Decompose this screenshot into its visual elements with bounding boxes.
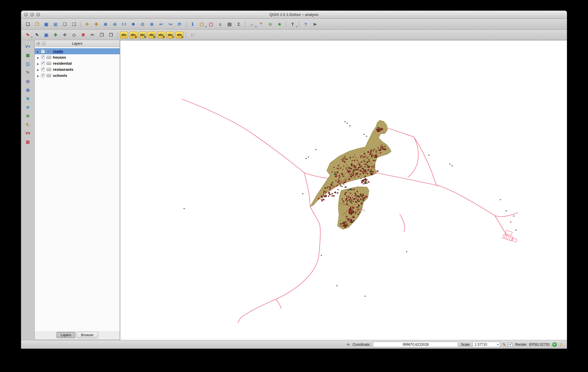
text-annotation-icon[interactable]: T xyxy=(288,20,297,29)
new-bookmark-icon[interactable]: ☆ xyxy=(266,20,275,29)
icon-glyph: ❑ xyxy=(72,22,76,26)
layer-item-houses[interactable]: houses xyxy=(35,54,120,60)
map-mark xyxy=(515,230,517,230)
add-wfs-layer-icon[interactable]: ⊚ xyxy=(23,112,32,120)
copy-features-icon[interactable]: ❐ xyxy=(97,31,106,39)
show-bookmarks-icon[interactable]: ★ xyxy=(275,20,284,29)
map-mark xyxy=(347,123,348,124)
disclosure-triangle-icon[interactable] xyxy=(36,67,40,72)
icon-glyph: ✖ xyxy=(82,33,85,37)
layer-visibility-checkbox[interactable] xyxy=(41,49,45,53)
label-pin-icon[interactable]: abc xyxy=(129,31,137,38)
pan-to-selection-icon[interactable]: ✚ xyxy=(92,20,101,29)
field-calculator-icon[interactable]: Σ xyxy=(234,20,243,29)
add-oracle-layer-icon[interactable]: V▾ xyxy=(23,129,32,137)
scale-combobox[interactable]: 1:37710 ▾ xyxy=(472,342,500,347)
deselect-features-icon[interactable]: ▢ xyxy=(207,20,215,29)
add-wcs-layer-icon[interactable]: ⊜ xyxy=(23,103,32,111)
close-window-button[interactable] xyxy=(24,13,28,16)
zoom-next-icon[interactable]: ↪ xyxy=(166,20,175,29)
disclosure-triangle-icon[interactable] xyxy=(36,49,40,53)
disclosure-triangle-icon[interactable] xyxy=(36,73,40,78)
save-project-as-icon[interactable]: ▣ xyxy=(51,20,60,29)
pan-map-icon[interactable]: ✛ xyxy=(83,20,91,29)
new-project-icon[interactable]: ❏ xyxy=(23,20,32,29)
composer-manager-icon[interactable]: ❑ xyxy=(70,20,78,29)
map-canvas[interactable] xyxy=(120,40,567,340)
panel-close-icon[interactable]: ✕ xyxy=(36,42,40,45)
log-messages-icon[interactable]: ⚠ xyxy=(559,342,563,347)
add-wms-layer-icon[interactable]: ⊛ xyxy=(23,94,32,102)
zoom-out-icon[interactable]: ⊖ xyxy=(110,20,119,29)
zoom-window-button[interactable] xyxy=(36,13,40,16)
add-raster-layer-icon[interactable]: ▦ xyxy=(23,51,32,59)
building xyxy=(367,157,368,158)
layer-item-residential[interactable]: residential xyxy=(35,60,120,66)
panel-tab-browser[interactable]: Browser xyxy=(77,332,98,338)
mouse-position-icon[interactable]: ✛ xyxy=(347,343,350,347)
label-properties-icon[interactable]: abc xyxy=(175,31,184,38)
layer-item-restaurants[interactable]: restaurants xyxy=(35,66,120,72)
render-brush-icon[interactable]: ✎ xyxy=(503,343,506,347)
disclosure-triangle-icon[interactable] xyxy=(36,55,40,59)
panel-tab-layers[interactable]: Layers xyxy=(56,332,75,338)
zoom-full-icon[interactable]: ❖ xyxy=(129,20,138,29)
disclosure-triangle-icon[interactable] xyxy=(36,61,40,66)
move-feature-icon[interactable]: ✛ xyxy=(60,31,69,39)
zoom-to-layer-icon[interactable]: ⊚ xyxy=(147,20,156,29)
label-highlight-pinned-icon[interactable]: abc xyxy=(138,31,147,38)
label-change-icon[interactable]: abc xyxy=(166,31,174,38)
select-by-expression-icon[interactable]: ε xyxy=(216,20,225,29)
panel-float-icon[interactable]: ▫ xyxy=(42,42,46,45)
identify-features-icon[interactable]: ℹ xyxy=(188,20,197,29)
add-spatialite-layer-icon[interactable]: ◎ xyxy=(23,77,32,85)
toggle-editing-icon[interactable]: ✎ xyxy=(33,31,41,39)
map-tips-icon[interactable]: ❝ xyxy=(257,20,265,29)
paste-features-icon[interactable]: ❒ xyxy=(107,31,115,39)
remove-layer-icon[interactable]: ▥ xyxy=(23,138,32,146)
new-shapefile-layer-icon[interactable]: ✎ xyxy=(23,68,32,76)
label-move-icon[interactable]: abc xyxy=(148,31,156,38)
map-refresh-icon[interactable]: ⟳ xyxy=(175,20,184,29)
layer-symbol-icon xyxy=(46,68,51,71)
layer-visibility-checkbox[interactable] xyxy=(41,62,45,65)
add-postgis-layer-icon[interactable]: ◫ xyxy=(23,60,32,68)
current-edits-icon[interactable]: ✎ xyxy=(23,31,32,39)
layer-visibility-checkbox[interactable] xyxy=(41,55,45,59)
layer-labeling-icon[interactable]: abc xyxy=(120,31,128,38)
add-feature-icon[interactable]: ✚ xyxy=(51,31,60,39)
coordinate-input[interactable] xyxy=(373,342,458,347)
whats-this-icon[interactable]: ➤ xyxy=(310,20,319,29)
zoom-in-icon[interactable]: ⊕ xyxy=(101,20,110,29)
label-rotate-icon[interactable]: abc xyxy=(157,31,165,38)
open-project-icon[interactable]: ❒ xyxy=(33,20,41,29)
new-print-composer-icon[interactable]: ❏ xyxy=(60,20,69,29)
add-vector-layer-icon[interactable]: V+ xyxy=(23,42,32,50)
crs-status-icon[interactable]: + xyxy=(552,342,557,347)
diagram-options-icon[interactable]: ∷ xyxy=(188,31,197,39)
render-checkbox[interactable] xyxy=(509,343,513,347)
add-delimited-text-layer-icon[interactable]: 9, xyxy=(23,120,32,128)
select-features-icon[interactable]: ▢ xyxy=(197,20,206,29)
layer-visibility-checkbox[interactable] xyxy=(41,74,45,77)
layer-item-roads[interactable]: roads xyxy=(35,48,120,54)
zoom-last-icon[interactable]: ↩ xyxy=(157,20,165,29)
building xyxy=(376,152,377,153)
building xyxy=(364,176,365,177)
measure-line-icon[interactable]: ↔ xyxy=(247,20,256,29)
building xyxy=(327,187,328,188)
save-layer-edits-icon[interactable]: ▣ xyxy=(42,31,51,39)
layer-item-schools[interactable]: schools xyxy=(35,72,120,79)
cut-features-icon[interactable]: ✂ xyxy=(88,31,97,39)
delete-selected-icon[interactable]: ✖ xyxy=(79,31,88,39)
minimize-window-button[interactable] xyxy=(30,13,34,16)
save-project-icon[interactable]: ▣ xyxy=(42,20,51,29)
open-attribute-table-icon[interactable]: ▤ xyxy=(225,20,234,29)
zoom-to-selection-icon[interactable]: ⊙ xyxy=(138,20,147,29)
zoom-native-icon[interactable]: 1:1 xyxy=(120,20,128,29)
add-mssql-layer-icon[interactable]: ◍ xyxy=(23,86,32,94)
layer-visibility-checkbox[interactable] xyxy=(41,68,45,71)
title-bar[interactable]: QGIS 2.0.1-Dufour – analysis xyxy=(21,11,567,19)
node-tool-icon[interactable]: ◇ xyxy=(70,31,78,39)
help-contents-icon[interactable]: ? xyxy=(301,20,310,29)
